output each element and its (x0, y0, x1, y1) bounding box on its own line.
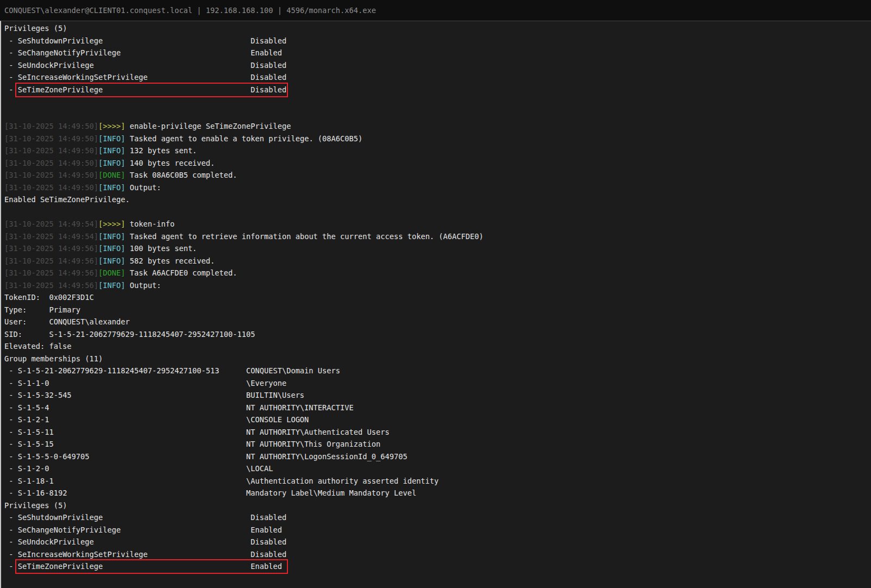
column-key: - S-1-18-1 (4, 475, 246, 487)
column-key: - S-1-2-0 (4, 462, 246, 475)
log-line: [31-10-2025 14:49:50][INFO] 132 bytes se… (4, 145, 867, 157)
column-value: CONQUEST\Domain Users (246, 366, 340, 375)
log-timestamp: [31-10-2025 14:49:56] (4, 244, 98, 253)
terminal-line: - SeIncreaseWorkingSetPrivilegeDisabled (4, 548, 867, 561)
session-titlebar: CONQUEST\alexander@CLIENT01.conquest.loc… (0, 0, 871, 21)
column-key: SID: (4, 328, 49, 341)
titlebar-separator: | (273, 6, 286, 15)
session-ip: 192.168.168.100 (206, 6, 273, 15)
log-timestamp: [31-10-2025 14:49:50] (4, 183, 98, 192)
terminal-line: - S-1-5-32-545BUILTIN\Users (4, 389, 867, 402)
column-value: Disabled (250, 36, 286, 45)
log-timestamp: [31-10-2025 14:49:56] (4, 268, 98, 277)
column-value: Enabled (250, 562, 282, 571)
column-key: - SeIncreaseWorkingSetPrivilege (4, 71, 250, 84)
log-line: [31-10-2025 14:49:54][>>>>] token-info (4, 218, 867, 230)
terminal-line: TokenID:0x002F3D1C (4, 291, 867, 304)
column-value: Enabled (250, 48, 282, 57)
terminal-line: Elevated:false (4, 340, 867, 353)
log-message: 132 bytes sent. (126, 146, 197, 155)
blank-line (4, 206, 867, 218)
terminal-line: - S-1-1-0\Everyone (4, 377, 867, 390)
log-line: [31-10-2025 14:49:50][INFO] Tasked agent… (4, 133, 867, 145)
log-tag-info: [INFO] (98, 134, 125, 143)
terminal-line: - S-1-5-15NT AUTHORITY\This Organization (4, 438, 867, 451)
log-tag-info: [INFO] (98, 281, 125, 290)
terminal-line: - S-1-5-11NT AUTHORITY\Authenticated Use… (4, 426, 867, 439)
terminal-line: Type:Primary (4, 304, 867, 316)
log-line: [31-10-2025 14:49:54][INFO] Tasked agent… (4, 230, 867, 243)
log-tag-info: [INFO] (98, 257, 125, 265)
terminal-line: - S-1-5-21-2062779629-1118245407-2952427… (4, 365, 867, 377)
terminal-line: - SeIncreaseWorkingSetPrivilegeDisabled (4, 71, 867, 84)
log-message: Tasked agent to retrieve information abo… (126, 232, 484, 241)
log-timestamp: [31-10-2025 14:49:50] (4, 171, 98, 179)
column-key: - SeTimeZonePrivilege (4, 84, 250, 96)
terminal-line: Enabled SeTimeZonePrivilege. (4, 193, 867, 206)
log-tag-cmd: [>>>>] (98, 122, 125, 130)
terminal-line: - SeChangeNotifyPrivilegeEnabled (4, 524, 867, 536)
log-message: Tasked agent to enable a token privilege… (126, 134, 363, 143)
column-key: - SeShutdownPrivilege (4, 511, 250, 524)
terminal-line: - SeChangeNotifyPrivilegeEnabled (4, 47, 867, 59)
column-value: NT AUTHORITY\Authenticated Users (246, 428, 390, 436)
column-value: Mandatory Label\Medium Mandatory Level (246, 489, 416, 497)
log-line: [31-10-2025 14:49:56][INFO] 100 bytes se… (4, 242, 867, 255)
log-timestamp: [31-10-2025 14:49:50] (4, 159, 98, 167)
column-value: Disabled (250, 513, 286, 522)
log-message: 100 bytes sent. (126, 244, 197, 253)
column-key: - S-1-2-1 (4, 414, 246, 426)
log-timestamp: [31-10-2025 14:49:56] (4, 257, 98, 265)
column-value: Enabled (250, 526, 282, 534)
log-tag-info: [INFO] (98, 159, 125, 167)
log-message: Task A6ACFDE0 completed. (126, 268, 237, 277)
log-line: [31-10-2025 14:49:50][INFO] 140 bytes re… (4, 157, 867, 170)
column-key: - S-1-5-11 (4, 426, 246, 439)
column-key: - S-1-16-8192 (4, 487, 246, 499)
terminal-line: - SeUndockPrivilegeDisabled (4, 536, 867, 548)
terminal-line: User:CONQUEST\alexander (4, 316, 867, 328)
column-key: - S-1-5-21-2062779629-1118245407-2952427… (4, 365, 246, 377)
terminal-line: - SeShutdownPrivilegeDisabled (4, 511, 867, 524)
terminal-line: - S-1-5-4NT AUTHORITY\INTERACTIVE (4, 402, 867, 414)
log-message: enable-privilege SeTimeZonePrivilege (126, 122, 291, 130)
log-message: Output: (126, 183, 161, 192)
column-key: - SeUndockPrivilege (4, 536, 250, 548)
log-message: 582 bytes received. (126, 257, 215, 265)
log-line: [31-10-2025 14:49:56][DONE] Task A6ACFDE… (4, 267, 867, 279)
column-key: - S-1-1-0 (4, 377, 246, 390)
column-value: NT AUTHORITY\INTERACTIVE (246, 403, 354, 412)
terminal-line: - S-1-16-8192Mandatory Label\Medium Mand… (4, 487, 867, 499)
terminal-line: - S-1-18-1\Authentication authority asse… (4, 475, 867, 487)
log-tag-done: [DONE] (98, 171, 125, 179)
column-value: \Authentication authority asserted ident… (246, 477, 438, 485)
column-value: \CONSOLE LOGON (246, 415, 309, 424)
column-key: TokenID: (4, 291, 49, 304)
column-value: false (49, 342, 71, 351)
column-key: - SeChangeNotifyPrivilege (4, 47, 250, 59)
log-tag-info: [INFO] (98, 183, 125, 192)
log-timestamp: [31-10-2025 14:49:50] (4, 134, 98, 143)
blank-line (4, 108, 867, 121)
terminal-line: Privileges (5) (4, 22, 867, 35)
log-tag-info: [INFO] (98, 244, 125, 253)
column-value: Primary (49, 305, 80, 314)
column-value: Disabled (250, 550, 286, 559)
column-value: \LOCAL (246, 464, 273, 473)
column-key: User: (4, 316, 49, 328)
column-key: - SeTimeZonePrivilege (4, 560, 250, 573)
column-key: - S-1-5-4 (4, 402, 246, 414)
column-key: Elevated: (4, 340, 49, 353)
terminal-line: - S-1-2-0\LOCAL (4, 462, 867, 475)
log-timestamp: [31-10-2025 14:49:50] (4, 146, 98, 155)
log-line: [31-10-2025 14:49:50][>>>>] enable-privi… (4, 120, 867, 133)
highlighted-privilege-row-enabled: - SeTimeZonePrivilegeEnabled (4, 560, 867, 573)
terminal-line: - SeShutdownPrivilegeDisabled (4, 35, 867, 47)
column-value: CONQUEST\alexander (49, 317, 129, 326)
terminal-output[interactable]: Privileges (5) - SeShutdownPrivilegeDisa… (0, 21, 871, 588)
column-key: - SeIncreaseWorkingSetPrivilege (4, 548, 250, 561)
log-timestamp: [31-10-2025 14:49:56] (4, 281, 98, 290)
column-value: Disabled (250, 85, 286, 94)
column-key: - SeChangeNotifyPrivilege (4, 524, 250, 536)
session-process: 4596/monarch.x64.exe (286, 6, 376, 15)
